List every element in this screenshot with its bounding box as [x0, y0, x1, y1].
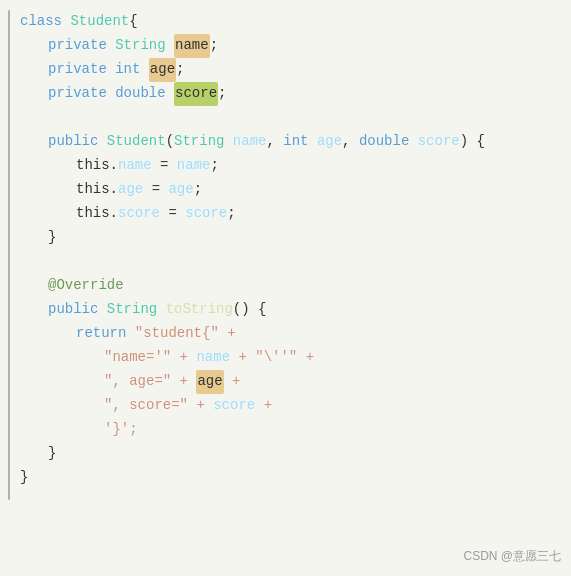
token: name [118, 154, 152, 178]
token: + "\''" + [230, 346, 314, 370]
code-line: this.name = name; [20, 154, 571, 178]
token: = [160, 202, 185, 226]
token: this. [76, 178, 118, 202]
code-line: private int age; [20, 58, 571, 82]
code-line: ", age=" + age + [20, 370, 571, 394]
token: String [174, 130, 233, 154]
token: ; [210, 34, 218, 58]
token: + [255, 394, 272, 418]
watermark: CSDN @意愿三七 [463, 546, 561, 566]
token: } [20, 466, 28, 490]
token: ) { [460, 130, 485, 154]
code-line: } [20, 226, 571, 250]
token: age [196, 370, 223, 394]
token: String [107, 298, 166, 322]
token: age [118, 178, 143, 202]
token: private [48, 58, 115, 82]
token: this. [76, 202, 118, 226]
token: score [185, 202, 227, 226]
code-content: class Student{private String name;privat… [20, 10, 571, 490]
token: score [418, 130, 460, 154]
token: ", score=" + [104, 394, 213, 418]
code-line [20, 250, 571, 274]
token: ( [166, 130, 174, 154]
code-line: private String name; [20, 34, 571, 58]
token: ; [176, 58, 184, 82]
token: = [152, 154, 177, 178]
token: toString [166, 298, 233, 322]
bracket-indicator [8, 320, 10, 490]
token: + [224, 370, 241, 394]
token: return [76, 322, 135, 346]
code-line [20, 106, 571, 130]
code-line: "name='" + name + "\''" + [20, 346, 571, 370]
bracket-indicator [8, 155, 10, 230]
token: double [359, 130, 418, 154]
code-line: return "student{" + [20, 322, 571, 346]
token: score [118, 202, 160, 226]
token: = [143, 178, 168, 202]
token: name [174, 34, 210, 58]
token: ; [210, 154, 218, 178]
token: this. [76, 154, 118, 178]
token: Student [70, 10, 129, 34]
token: age [317, 130, 342, 154]
code-line: public String toString() { [20, 298, 571, 322]
token: ", age=" + [104, 370, 196, 394]
token: "name='" + [104, 346, 196, 370]
token: ; [194, 178, 202, 202]
token: ; [218, 82, 226, 106]
code-line: ", score=" + score + [20, 394, 571, 418]
token: , [266, 130, 283, 154]
code-line: public Student(String name, int age, dou… [20, 130, 571, 154]
token: age [149, 58, 176, 82]
code-line: '}'; [20, 418, 571, 442]
token: class [20, 10, 70, 34]
token: private [48, 34, 115, 58]
token: () { [233, 298, 267, 322]
token: public [48, 298, 107, 322]
token: } [48, 226, 56, 250]
token: } [48, 442, 56, 466]
code-line: private double score; [20, 82, 571, 106]
code-editor: class Student{private String name;privat… [0, 0, 571, 576]
code-line: this.score = score; [20, 202, 571, 226]
token: "student{" + [135, 322, 236, 346]
token: double [115, 82, 174, 106]
token: name [233, 130, 267, 154]
token: score [213, 394, 255, 418]
token: private [48, 82, 115, 106]
token: public [48, 130, 107, 154]
token: age [168, 178, 193, 202]
token: int [115, 58, 149, 82]
token: { [129, 10, 137, 34]
token: Student [107, 130, 166, 154]
code-line: } [20, 466, 571, 490]
code-line: @Override [20, 274, 571, 298]
token: name [196, 346, 230, 370]
token: String [115, 34, 174, 58]
code-line: } [20, 442, 571, 466]
token: score [174, 82, 218, 106]
token: int [283, 130, 317, 154]
code-line: class Student{ [20, 10, 571, 34]
token: @Override [48, 274, 124, 298]
token: , [342, 130, 359, 154]
token: '}'; [104, 418, 138, 442]
token: ; [227, 202, 235, 226]
code-line: this.age = age; [20, 178, 571, 202]
token: name [177, 154, 211, 178]
